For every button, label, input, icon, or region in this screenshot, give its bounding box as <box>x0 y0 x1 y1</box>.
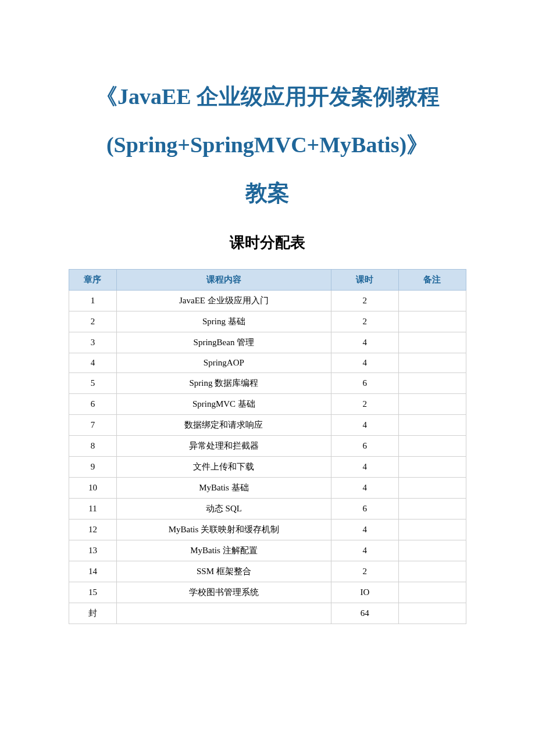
cell-chapter: 15 <box>69 582 117 603</box>
title-line-1: 《JavaEE 企业级应用开发案例教程 <box>23 81 512 112</box>
cell-note <box>398 561 466 582</box>
table-row: 4SpringAOP4 <box>69 353 466 372</box>
header-hours: 课时 <box>331 269 398 290</box>
title-line-3: 教案 <box>23 178 512 209</box>
table-body: 1JavaEE 企业级应用入门22Spring 基础23SpringBean 管… <box>69 290 466 624</box>
table-header-row: 章序 课程内容 课时 备注 <box>69 269 466 290</box>
cell-chapter: 5 <box>69 372 117 393</box>
cell-note <box>398 414 466 435</box>
cell-hours: 6 <box>331 372 398 393</box>
table-row: 3SpringBean 管理4 <box>69 332 466 353</box>
cell-note <box>398 603 466 624</box>
cell-chapter: 11 <box>69 498 117 519</box>
cell-content: 异常处理和拦截器 <box>116 435 331 456</box>
title-block: 《JavaEE 企业级应用开发案例教程 (Spring+SpringMVC+My… <box>0 81 535 253</box>
table-row: 9文件上传和下载4 <box>69 456 466 477</box>
cell-chapter: 8 <box>69 435 117 456</box>
table-row: 1JavaEE 企业级应用入门2 <box>69 290 466 311</box>
cell-chapter: 4 <box>69 353 117 372</box>
cell-hours: 2 <box>331 393 398 414</box>
cell-note <box>398 393 466 414</box>
cell-note <box>398 498 466 519</box>
cell-content: 文件上传和下载 <box>116 456 331 477</box>
cell-hours: 4 <box>331 332 398 353</box>
cell-content: Spring 基础 <box>116 311 331 332</box>
cell-content: MyBatis 基础 <box>116 477 331 498</box>
cell-content: Spring 数据库编程 <box>116 372 331 393</box>
schedule-table-container: 章序 课程内容 课时 备注 1JavaEE 企业级应用入门22Spring 基础… <box>0 269 535 624</box>
title-line-2: (Spring+SpringMVC+MyBatis)》 <box>23 130 512 160</box>
table-row: 8异常处理和拦截器6 <box>69 435 466 456</box>
cell-chapter: 封 <box>69 603 117 624</box>
cell-chapter: 6 <box>69 393 117 414</box>
cell-hours: 2 <box>331 290 398 311</box>
cell-content: SpringBean 管理 <box>116 332 331 353</box>
cell-note <box>398 456 466 477</box>
header-note: 备注 <box>398 269 466 290</box>
table-row: 15学校图书管理系统IO <box>69 582 466 603</box>
cell-hours: 4 <box>331 456 398 477</box>
cell-note <box>398 311 466 332</box>
table-row: 5Spring 数据库编程6 <box>69 372 466 393</box>
cell-hours: 2 <box>331 561 398 582</box>
table-row: 2Spring 基础2 <box>69 311 466 332</box>
cell-chapter: 3 <box>69 332 117 353</box>
cell-content: SSM 框架整合 <box>116 561 331 582</box>
cell-content <box>116 603 331 624</box>
cell-note <box>398 582 466 603</box>
cell-hours: 6 <box>331 498 398 519</box>
cell-chapter: 9 <box>69 456 117 477</box>
table-row: 10MyBatis 基础4 <box>69 477 466 498</box>
schedule-table: 章序 课程内容 课时 备注 1JavaEE 企业级应用入门22Spring 基础… <box>69 269 466 624</box>
cell-content: 数据绑定和请求响应 <box>116 414 331 435</box>
cell-chapter: 10 <box>69 477 117 498</box>
table-row: 7数据绑定和请求响应4 <box>69 414 466 435</box>
table-row: 封64 <box>69 603 466 624</box>
cell-hours: 6 <box>331 435 398 456</box>
table-row: 13MyBatis 注解配置4 <box>69 540 466 561</box>
cell-hours: 4 <box>331 519 398 540</box>
table-row: 14SSM 框架整合2 <box>69 561 466 582</box>
subtitle: 课时分配表 <box>23 232 512 253</box>
cell-hours: 4 <box>331 477 398 498</box>
cell-hours: 4 <box>331 414 398 435</box>
cell-note <box>398 332 466 353</box>
table-row: 12MyBatis 关联映射和缓存机制4 <box>69 519 466 540</box>
cell-note <box>398 519 466 540</box>
cell-chapter: 2 <box>69 311 117 332</box>
cell-hours: 2 <box>331 311 398 332</box>
cell-note <box>398 290 466 311</box>
cell-content: MyBatis 关联映射和缓存机制 <box>116 519 331 540</box>
cell-content: JavaEE 企业级应用入门 <box>116 290 331 311</box>
cell-note <box>398 540 466 561</box>
cell-chapter: 7 <box>69 414 117 435</box>
cell-note <box>398 353 466 372</box>
cell-hours: 4 <box>331 540 398 561</box>
table-row: 11动态 SQL6 <box>69 498 466 519</box>
cell-chapter: 14 <box>69 561 117 582</box>
cell-content: SpringAOP <box>116 353 331 372</box>
table-row: 6SpringMVC 基础2 <box>69 393 466 414</box>
cell-note <box>398 477 466 498</box>
header-chapter: 章序 <box>69 269 117 290</box>
cell-hours: 4 <box>331 353 398 372</box>
cell-chapter: 1 <box>69 290 117 311</box>
cell-content: 学校图书管理系统 <box>116 582 331 603</box>
cell-hours: IO <box>331 582 398 603</box>
cell-content: MyBatis 注解配置 <box>116 540 331 561</box>
cell-chapter: 13 <box>69 540 117 561</box>
cell-content: 动态 SQL <box>116 498 331 519</box>
cell-content: SpringMVC 基础 <box>116 393 331 414</box>
cell-chapter: 12 <box>69 519 117 540</box>
cell-note <box>398 372 466 393</box>
cell-note <box>398 435 466 456</box>
cell-hours: 64 <box>331 603 398 624</box>
header-content: 课程内容 <box>116 269 331 290</box>
